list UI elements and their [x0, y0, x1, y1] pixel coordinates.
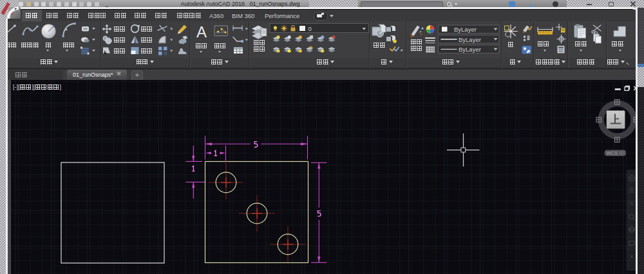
svg-text:A: A [196, 23, 207, 41]
svg-text:WCS: WCS [607, 150, 618, 156]
